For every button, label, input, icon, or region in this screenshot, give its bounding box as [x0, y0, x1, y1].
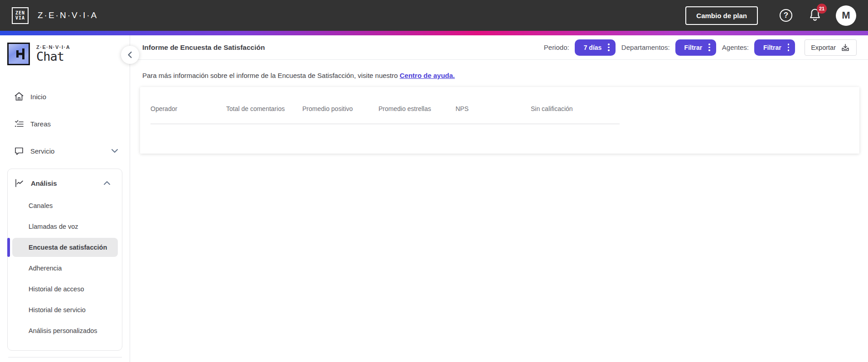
sidebar: Z·E·N·V·I·A Chat Inicio — [0, 35, 130, 362]
kebab-menu-icon — [608, 43, 610, 51]
period-filter-button[interactable]: 7 días — [575, 39, 616, 56]
analytics-icon — [14, 178, 25, 188]
logo-line1: ZEN — [15, 11, 25, 15]
sidebar-item-analisis[interactable]: Análisis — [8, 172, 122, 194]
notification-count-badge: 21 — [817, 4, 827, 14]
sidebar-item-inicio[interactable]: Inicio — [0, 85, 130, 108]
home-icon — [14, 91, 24, 102]
brand-gradient-bar — [0, 31, 868, 35]
agents-filter-button[interactable]: Filtrar — [754, 39, 795, 56]
sidebar-subitem-adherencia[interactable]: Adherencia — [8, 259, 122, 278]
sidebar-item-servicio[interactable]: Servicio — [0, 140, 130, 162]
sidebar-subitem-llamadas-de-voz[interactable]: Llamadas de voz — [8, 217, 122, 236]
zenvia-logo-icon: ZEN VIA — [12, 7, 29, 24]
column-header-sin-calificacion: Sin calificación — [531, 105, 609, 112]
tasks-icon — [14, 118, 24, 129]
results-table-card: Operador Total de comentarios Promedio p… — [140, 87, 859, 154]
change-plan-button[interactable]: Cambio de plan — [685, 6, 758, 25]
avatar[interactable]: M — [836, 5, 856, 26]
info-text: Para más información sobre el informe de… — [142, 72, 868, 79]
departments-label: Departamentos: — [621, 43, 670, 51]
sidebar-subitem-historial-de-acceso[interactable]: Historial de acceso — [8, 280, 122, 299]
export-button[interactable]: Exportar — [805, 39, 857, 56]
sidebar-item-label: Inicio — [30, 93, 46, 101]
notifications-button[interactable]: 21 — [809, 8, 821, 23]
sidebar-nav: Inicio Tareas Servic — [0, 85, 130, 357]
logo-line2: VIA — [15, 16, 25, 20]
help-icon[interactable]: ? — [780, 9, 792, 22]
period-label: Periodo: — [544, 43, 569, 51]
sidebar-subitem-analisis-personalizados[interactable]: Análisis personalizados — [8, 321, 122, 340]
sidebar-divider — [8, 357, 122, 357]
brand-wordmark: Z·E·N·V·I·A — [38, 10, 98, 20]
help-center-link[interactable]: Centro de ayuda. — [400, 72, 455, 79]
sidebar-item-label: Análisis — [31, 179, 57, 187]
chevron-up-icon — [102, 178, 112, 188]
chat-bubble-icon — [14, 145, 24, 156]
sidebar-subitem-canales[interactable]: Canales — [8, 196, 122, 215]
agents-label: Agentes: — [722, 43, 749, 51]
download-icon — [840, 43, 850, 53]
sidebar-collapse-button[interactable] — [121, 46, 139, 64]
topbar: ZEN VIA Z·E·N·V·I·A Cambio de plan ? 21 … — [0, 0, 868, 31]
sidebar-analysis-group: Análisis Canales Llamadas de voz Encuest… — [7, 169, 122, 351]
sidebar-subitem-encuesta-de-satisfaccion[interactable]: Encuesta de satisfacción — [8, 238, 122, 257]
sidebar-item-label: Servicio — [30, 147, 54, 155]
report-header: Informe de Encuesta de Satisfacción Peri… — [130, 35, 868, 60]
departments-filter-button[interactable]: Filtrar — [675, 39, 716, 56]
sidebar-item-tareas[interactable]: Tareas — [0, 112, 130, 135]
chevron-down-icon — [110, 146, 120, 156]
sidebar-product-name: Chat — [36, 50, 70, 63]
column-header-total-comentarios: Total de comentarios — [226, 105, 302, 112]
column-header-promedio-estrellas: Promedio estrellas — [378, 105, 456, 112]
chevron-left-icon — [126, 50, 135, 59]
sidebar-subitem-historial-de-servicio[interactable]: Historial de servicio — [8, 300, 122, 319]
column-header-operador: Operador — [150, 105, 226, 112]
kebab-menu-icon — [708, 43, 710, 51]
page-title: Informe de Encuesta de Satisfacción — [142, 43, 544, 52]
column-header-promedio-positivo: Promedio positivo — [302, 105, 378, 112]
kebab-menu-icon — [788, 43, 790, 51]
main-content: Informe de Encuesta de Satisfacción Peri… — [130, 35, 868, 362]
zenvia-chat-logo — [7, 43, 30, 65]
sidebar-item-label: Tareas — [30, 120, 51, 128]
sidebar-brand: Z·E·N·V·I·A Chat — [0, 35, 130, 65]
column-header-nps: NPS — [456, 105, 531, 112]
table-header-row: Operador Total de comentarios Promedio p… — [150, 105, 620, 124]
